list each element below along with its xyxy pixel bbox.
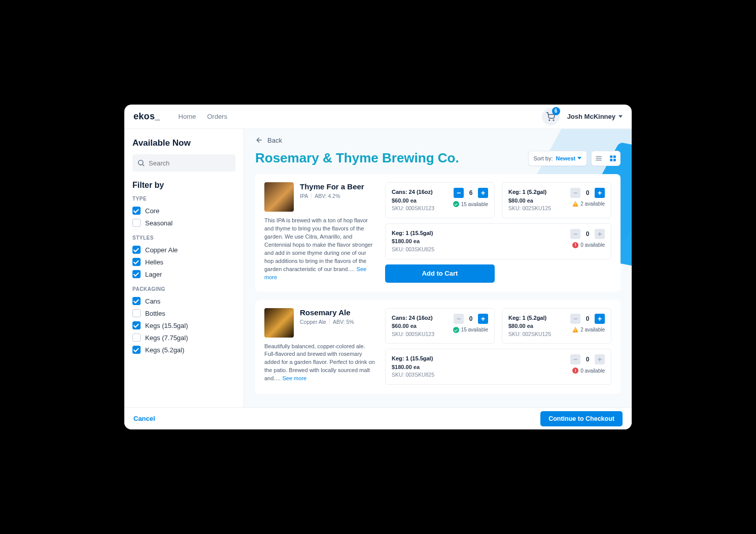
checkbox [132,258,141,266]
checkbox [132,207,141,215]
variant-card: Cans: 24 (16oz)$60.00 eaSKU: 000SKU123−0… [385,308,495,344]
arrow-left-icon [255,136,263,144]
plus-button[interactable]: + [478,314,488,324]
view-toggle [591,151,621,166]
nav-orders[interactable]: Orders [207,113,227,120]
minus-button[interactable]: − [454,188,464,198]
sort-dropdown[interactable]: Sort by: Newest [528,151,587,166]
product-info: Thyme For a BeerIPAABV: 4.2%This IPA is … [264,182,375,283]
product-name: Rosemary Ale [300,308,354,317]
filter-label: Seasonal [145,219,173,227]
svg-rect-6 [610,155,612,157]
variant-sku: SKU: 000SKU123 [392,330,438,339]
footer: Cancel Continue to Checkout [124,407,632,429]
sidebar-title: Available Now [132,138,235,148]
minus-button: − [570,354,580,364]
search-input[interactable] [132,154,235,172]
chevron-down-icon [577,157,581,159]
page-title: Rosemary & Thyme Brewing Co. [255,150,459,166]
filter-label: Cans [145,297,160,305]
status-icon [453,201,459,207]
filter-packaging-2[interactable]: Kegs (15.5gal) [132,319,235,331]
plus-button[interactable]: + [595,188,605,198]
filter-packaging-0[interactable]: Cans [132,295,235,307]
back-label: Back [267,137,282,144]
svg-rect-5 [596,159,602,160]
sidebar: Available Now Filter by TYPE CoreSeasona… [124,129,244,407]
variant-card: Keg: 1 (15.5gal)$180.00 eaSKU: 003SKU825… [385,349,611,385]
checkbox [132,309,141,317]
product-image [264,182,294,212]
filter-label: Kegs (7.75gal) [145,334,188,342]
filter-packaging-4[interactable]: Kegs (5.2gal) [132,344,235,356]
list-icon [595,155,602,162]
svg-point-2 [139,160,143,165]
qty-value: 0 [583,189,592,196]
availability: 0 available [572,368,605,374]
group-label-styles: STYLES [132,235,235,241]
user-name: Josh McKinney [567,113,615,120]
svg-rect-3 [596,156,602,156]
minus-button: − [570,188,580,198]
checkbox [132,346,141,354]
product-meta: Copper AleABV: 5% [300,319,354,325]
filter-type-0[interactable]: Core [132,205,235,217]
status-icon [453,327,459,333]
product-description: Beautifully balanced, copper-colored ale… [264,343,375,383]
filter-type-1[interactable]: Seasonal [132,217,235,229]
status-icon [572,327,578,332]
variant-price: $80.00 ea [508,322,555,330]
checkout-button[interactable]: Continue to Checkout [540,411,623,426]
variant-label: Keg: 1 (5.2gal) [508,314,555,322]
qty-stepper: −0+ [570,188,605,198]
view-list-button[interactable] [592,151,606,165]
qty-stepper: −0+ [570,354,605,364]
variant-label: Keg: 1 (15.5gal) [392,354,555,363]
see-more-link[interactable]: See more [264,266,366,280]
qty-stepper: −0+ [454,314,488,324]
back-button[interactable]: Back [244,129,632,144]
variants: Cans: 24 (16oz)$60.00 eaSKU: 000SKU123−0… [385,308,611,385]
svg-point-1 [553,120,554,121]
filter-title: Filter by [132,181,235,190]
qty-value: 0 [583,230,592,238]
sort-value: Newest [556,155,575,161]
product-list[interactable]: Thyme For a BeerIPAABV: 4.2%This IPA is … [244,174,632,407]
plus-button[interactable]: + [595,314,605,324]
app-window: ekos_ Home Orders 6 Josh McKinney Availa… [124,105,632,429]
topbar: ekos_ Home Orders 6 Josh McKinney [124,105,632,129]
nav-home[interactable]: Home [179,113,196,120]
sort-label: Sort by: [534,155,553,161]
variant-sku: SKU: 003SKU825 [392,371,555,379]
product-description: This IPA is brewed with a ton of hop fla… [264,217,375,282]
plus-button[interactable]: + [478,188,488,198]
availability: 15 available [453,327,488,333]
filter-packaging-1[interactable]: Bottles [132,307,235,319]
filter-styles-2[interactable]: Lager [132,268,235,280]
search-icon [137,159,145,167]
checkbox [132,297,141,305]
add-to-cart-button[interactable]: Add to Cart [385,264,495,283]
filter-label: Kegs (15.5gal) [145,322,188,329]
qty-stepper: −0+ [570,314,605,324]
checkbox [132,270,141,278]
variant-sku: SKU: 000SKU123 [392,205,438,213]
filter-label: Kegs (5.2gal) [145,346,184,354]
filter-styles-0[interactable]: Copper Ale [132,244,235,256]
view-grid-button[interactable] [606,151,620,165]
filter-label: Helles [145,258,163,266]
variant-label: Keg: 1 (15.5gal) [392,229,555,238]
cart-button[interactable]: 6 [542,108,559,125]
plus-button: + [595,354,605,364]
product-image [264,308,294,338]
filter-packaging-3[interactable]: Kegs (7.75gal) [132,331,235,344]
see-more-link[interactable]: See more [282,375,306,381]
variant-price: $180.00 ea [392,363,555,372]
variant-price: $60.00 ea [392,196,438,205]
product-info: Rosemary AleCopper AleABV: 5%Beautifully… [264,308,375,385]
cancel-button[interactable]: Cancel [133,415,155,422]
filter-styles-1[interactable]: Helles [132,256,235,268]
user-menu[interactable]: Josh McKinney [567,113,623,120]
variant-sku: SKU: 002SKU125 [508,330,555,339]
search-wrap [132,154,235,172]
